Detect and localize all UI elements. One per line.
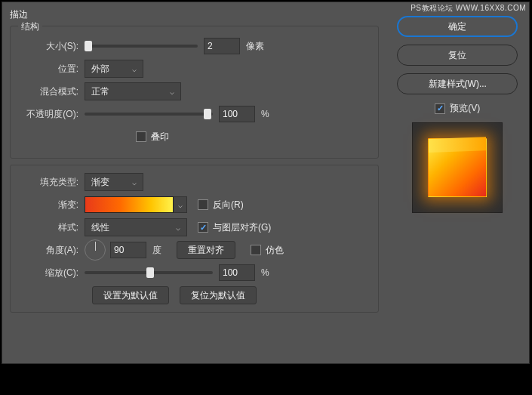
- blend-mode-value: 正常: [91, 85, 109, 98]
- preview-box: [412, 122, 503, 213]
- size-unit: 像素: [246, 40, 264, 53]
- dither-label: 仿色: [266, 244, 284, 257]
- filltype-value: 渐变: [91, 176, 109, 189]
- scale-slider[interactable]: [85, 271, 213, 274]
- size-slider[interactable]: [85, 45, 198, 48]
- opacity-unit: %: [261, 109, 269, 119]
- size-label: 大小(S):: [17, 40, 85, 53]
- blend-mode-label: 混合模式:: [17, 85, 85, 98]
- position-label: 位置:: [17, 63, 85, 76]
- ok-button[interactable]: 确定: [397, 16, 518, 37]
- structure-group: 结构 大小(S): 像素 位置: 外部 ⌵ 混合模式: 正常 ⌵: [10, 26, 379, 159]
- filltype-label: 填充类型:: [17, 176, 85, 189]
- gradient-label: 渐变:: [17, 199, 85, 211]
- opacity-label: 不透明度(O):: [17, 108, 85, 121]
- style-value: 线性: [91, 221, 109, 234]
- blend-mode-select[interactable]: 正常 ⌵: [85, 82, 181, 100]
- dither-checkbox[interactable]: [251, 245, 261, 255]
- position-value: 外部: [91, 63, 109, 76]
- overprint-label: 叠印: [151, 131, 169, 143]
- structure-group-title: 结构: [18, 20, 42, 33]
- size-input[interactable]: [204, 38, 240, 54]
- dialog-title: 描边: [10, 8, 379, 21]
- angle-input[interactable]: [110, 242, 146, 258]
- fill-group: 填充类型: 渐变 ⌵ 渐变: ⌵ 反向(R) 样式: 线性 ⌵: [10, 165, 379, 313]
- align-checkbox[interactable]: [198, 222, 208, 233]
- reset-default-button[interactable]: 复位为默认值: [180, 286, 257, 304]
- preview-thumbnail: [428, 138, 487, 197]
- angle-unit: 度: [152, 244, 161, 257]
- set-default-button[interactable]: 设置为默认值: [92, 286, 169, 304]
- scale-unit: %: [261, 267, 269, 278]
- scale-input[interactable]: [219, 264, 255, 281]
- position-select[interactable]: 外部 ⌵: [85, 60, 143, 78]
- align-label: 与图层对齐(G): [213, 221, 271, 234]
- preview-checkbox[interactable]: [435, 103, 445, 114]
- chevron-down-icon: ⌵: [170, 88, 174, 96]
- angle-dial[interactable]: [85, 239, 106, 261]
- preview-label: 预览(V): [450, 102, 480, 115]
- watermark-text: PS教程论坛 WWW.16XX8.COM: [409, 2, 527, 14]
- opacity-input[interactable]: [219, 106, 255, 122]
- angle-label: 角度(A):: [17, 244, 85, 257]
- new-style-button[interactable]: 新建样式(W)...: [397, 73, 518, 94]
- opacity-slider[interactable]: [85, 113, 213, 116]
- chevron-down-icon: ⌵: [132, 178, 137, 187]
- scale-label: 缩放(C):: [17, 267, 85, 279]
- filltype-select[interactable]: 渐变 ⌵: [85, 173, 143, 191]
- reset-align-button[interactable]: 重置对齐: [177, 241, 235, 259]
- chevron-down-icon: ⌵: [176, 224, 180, 232]
- reverse-checkbox[interactable]: [198, 199, 208, 210]
- gradient-swatch[interactable]: [85, 196, 174, 213]
- cancel-button[interactable]: 复位: [397, 45, 518, 66]
- reverse-label: 反向(R): [213, 199, 244, 211]
- overprint-checkbox[interactable]: [136, 131, 146, 142]
- gradient-picker-button[interactable]: ⌵: [174, 196, 187, 213]
- chevron-down-icon: ⌵: [132, 65, 137, 73]
- style-label: 样式:: [17, 221, 85, 234]
- style-select[interactable]: 线性 ⌵: [85, 218, 187, 236]
